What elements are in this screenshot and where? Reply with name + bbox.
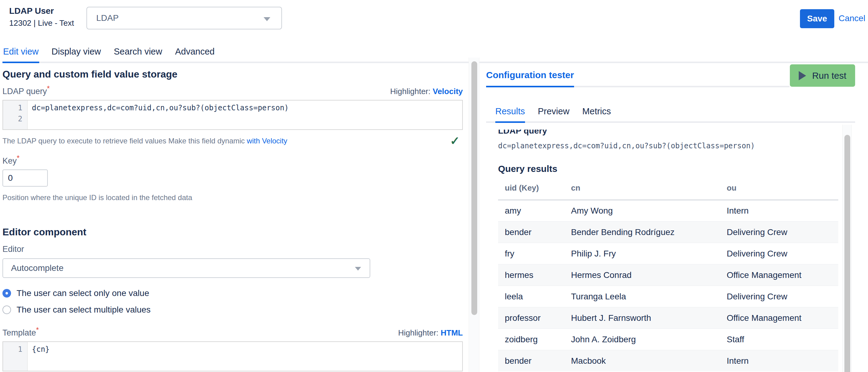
highlighter-velocity-link[interactable]: Velocity [433,87,463,96]
view-tabs: Edit view Display view Search view Advan… [2,46,868,63]
ldap-query-code[interactable]: dc=planetexpress,dc=com?uid,cn,ou?sub?(o… [28,100,462,129]
datasource-select[interactable]: LDAP [87,7,282,29]
required-asterisk: * [17,154,20,162]
table-row: professorHubert J. FarnsworthOffice Mana… [498,307,838,329]
cancel-link[interactable]: Cancel [839,13,865,23]
run-test-button[interactable]: Run test [790,64,855,87]
ldap-query-help-row: The LDAP query to execute to retrieve fi… [2,137,463,145]
selection-mode-radio-group: The user can select only one value The u… [2,288,463,315]
tab-display-view[interactable]: Display view [51,46,101,62]
editor-select-value: Autocomplete [11,263,63,273]
query-results-heading: Query results [498,164,855,174]
tab-configuration-tester[interactable]: Configuration tester [486,70,574,87]
radio-unselected-icon[interactable] [2,306,11,314]
table-cell: Office Management [727,265,838,286]
tab-search-view[interactable]: Search view [113,46,163,62]
table-cell: professor [498,307,571,329]
ldap-query-label: LDAP query* [2,87,50,96]
editor-select[interactable]: Autocomplete [2,258,370,278]
table-row: amyAmy WongIntern [498,200,838,221]
code-line [32,113,462,124]
results-header-row: uid (Key)cnou [498,181,838,200]
line-number-gutter: 12 [3,100,28,129]
table-cell: bender [498,221,571,243]
table-cell: Delivering Crew [727,286,838,307]
tab-advanced[interactable]: Advanced [175,46,215,62]
table-cell: Staff [727,329,838,350]
key-label: Key* [2,156,463,166]
line-number-gutter: 1 [3,342,28,371]
key-input[interactable] [2,169,48,187]
table-cell: zoidberg [498,329,571,350]
table-cell: Intern [727,200,838,221]
key-help: Position where the unique ID is located … [2,193,463,202]
scrollbar-thumb[interactable] [844,135,850,372]
results-table-head: uid (Key)cnou [498,181,838,200]
table-cell: Hubert J. Farnsworth [571,307,727,329]
ldap-query-editor[interactable]: 12 dc=planetexpress,dc=com?uid,cn,ou?sub… [2,100,463,130]
table-cell: Intern [727,350,838,372]
template-code[interactable]: {cn} [28,342,462,371]
table-cell: leela [498,286,571,307]
valid-check-icon: ✓ [450,137,460,145]
tab-results[interactable]: Results [495,106,525,123]
results-scroll-area[interactable]: LDAP query dc=planetexpress,dc=com?uid,c… [486,130,855,371]
template-highlighter: Highlighter: HTML [398,328,463,338]
column-header: ou [727,181,838,200]
configuration-tester-panel: Configuration tester Run test Results Pr… [486,61,855,371]
radio-single-value[interactable]: The user can select only one value [2,288,463,298]
code-line: {cn} [32,344,462,355]
editor-section-title: Editor component [2,226,463,238]
results-scrollbar[interactable] [842,125,852,372]
table-cell: Philip J. Fry [571,243,727,265]
table-row: benderBender Bending RodríguezDelivering… [498,221,838,243]
field-id-status: 12302 | Live - Text [9,19,74,28]
field-title-block: LDAP User 12302 | Live - Text [9,6,74,28]
line-number: 1 [3,102,22,113]
tester-titlebar: Configuration tester [486,61,789,87]
tab-metrics[interactable]: Metrics [582,106,611,121]
tester-tabs: Results Preview Metrics [486,106,855,123]
column-header: cn [571,181,727,200]
required-asterisk: * [47,84,50,93]
code-line: dc=planetexpress,dc=com?uid,cn,ou?sub?(o… [32,102,462,113]
column-header: uid (Key) [498,181,571,200]
results-ldap-query-heading: LDAP query [498,130,855,136]
table-cell: hermes [498,265,571,286]
tester-header: Configuration tester Run test [486,61,855,87]
table-row: benderMacbookIntern [498,350,838,372]
with-velocity-link[interactable]: with Velocity [247,137,287,145]
save-button[interactable]: Save [800,9,834,28]
ldap-query-help: The LDAP query to execute to retrieve fi… [2,137,287,145]
template-label-row: Template* Highlighter: HTML [2,328,463,338]
query-results-table: uid (Key)cnou amyAmy WongInternbenderBen… [498,181,838,371]
chevron-down-icon [355,267,361,271]
table-cell: Macbook [571,350,727,372]
datasource-select-value: LDAP [96,13,119,23]
edit-view-panel: Query and custom field value storage LDA… [2,61,463,371]
table-cell: John A. Zoidberg [571,329,727,350]
required-asterisk: * [36,326,39,334]
tab-preview[interactable]: Preview [538,106,569,121]
table-cell: Bender Bending Rodríguez [571,221,727,243]
radio-selected-icon[interactable] [2,289,11,298]
radio-multiple-values[interactable]: The user can select multiple values [2,305,463,315]
table-cell: bender [498,350,571,372]
table-cell: Hermes Conrad [571,265,727,286]
page-title: LDAP User [9,6,74,16]
template-editor[interactable]: 1 {cn} [2,341,463,371]
scrollbar-thumb[interactable] [471,61,477,315]
table-cell: fry [498,243,571,265]
editor-label: Editor [2,245,463,254]
ldap-query-highlighter: Highlighter: Velocity [390,87,463,96]
results-ldap-query-value: dc=planetexpress,dc=com?uid,cn,ou?sub?(o… [498,142,855,150]
play-icon [799,71,806,80]
left-panel-scrollbar[interactable] [469,58,479,372]
table-row: hermesHermes ConradOffice Management [498,265,838,286]
table-row: fryPhilip J. FryDelivering Crew [498,243,838,265]
template-label: Template* [2,328,39,338]
line-number: 2 [3,113,22,124]
ldap-query-label-row: LDAP query* Highlighter: Velocity [2,87,463,96]
highlighter-html-link[interactable]: HTML [441,328,463,337]
tab-edit-view[interactable]: Edit view [2,46,39,63]
